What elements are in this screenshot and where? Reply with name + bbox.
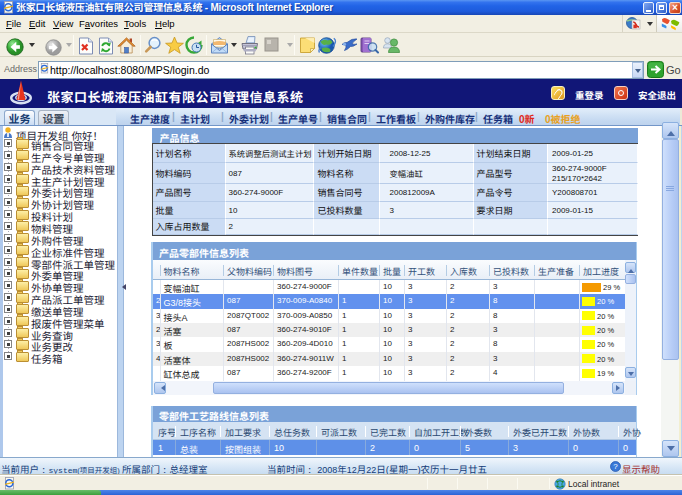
svg-text:?: ? [613,462,618,471]
